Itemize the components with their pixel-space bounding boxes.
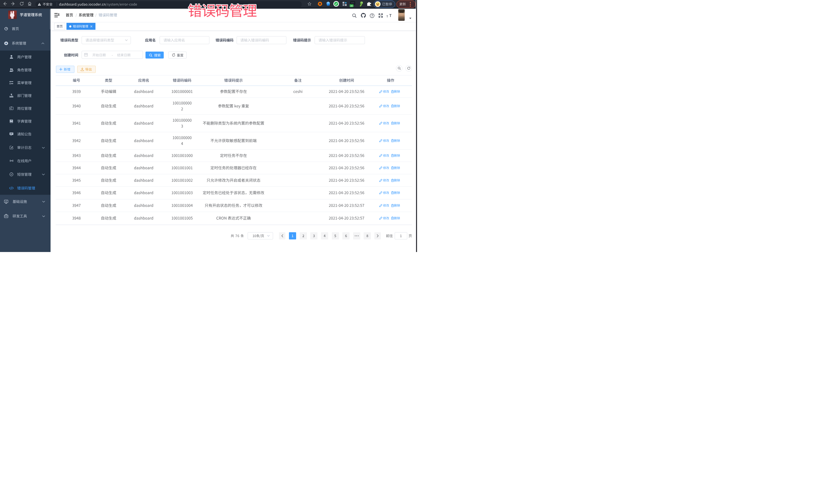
svg-text:on: on — [350, 5, 353, 7]
